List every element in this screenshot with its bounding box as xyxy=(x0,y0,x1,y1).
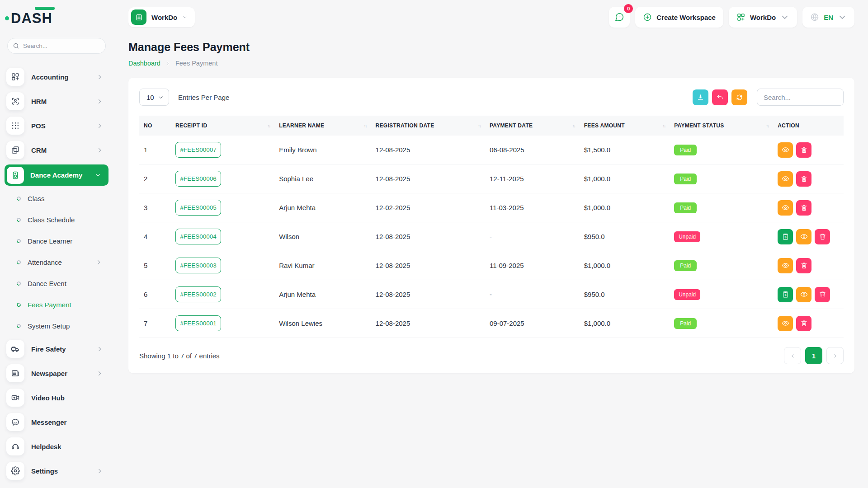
next-page-button[interactable] xyxy=(826,347,844,364)
brand-logo[interactable]: DASH xyxy=(0,9,113,28)
sidebar-menu: AccountingHRMPOSCRMDance AcademyClassCla… xyxy=(0,65,113,483)
messenger-icon xyxy=(11,418,20,427)
trash-icon xyxy=(800,262,808,269)
sidebar-subitem-class-schedule[interactable]: Class Schedule xyxy=(0,209,113,230)
sidebar-subitem-dance-learner[interactable]: Dance Learner xyxy=(0,230,113,252)
delete-button[interactable] xyxy=(815,287,830,302)
table-row: 2#FEES00006Sophia Lee12-08-202512-11-202… xyxy=(139,164,844,193)
delete-button[interactable] xyxy=(796,142,811,158)
cell-learner-name: Ravi Kumar xyxy=(274,251,371,280)
table-search-input[interactable] xyxy=(757,89,844,106)
cell-receipt-id: #FEES00001 xyxy=(171,309,274,338)
sidebar-subitem-dance-event[interactable]: Dance Event xyxy=(0,273,113,294)
sidebar-item-crm[interactable]: CRM xyxy=(0,138,113,162)
sidebar-item-label: Messenger xyxy=(31,418,103,426)
sidebar-item-hrm[interactable]: HRM xyxy=(0,89,113,113)
sidebar-item-pos[interactable]: POS xyxy=(0,113,113,138)
prev-page-button[interactable] xyxy=(784,347,801,364)
refresh-button[interactable] xyxy=(731,89,747,105)
view-button[interactable] xyxy=(796,229,811,244)
export-button[interactable] xyxy=(693,89,708,105)
sidebar-subitem-label: Class xyxy=(28,195,102,202)
table-row: 1#FEES00007Emily Brown12-08-202506-08-20… xyxy=(139,136,844,164)
view-button[interactable] xyxy=(778,171,793,187)
trash-icon xyxy=(800,319,808,327)
workspace-switcher[interactable]: WorkDo xyxy=(128,7,195,27)
breadcrumb-dashboard-link[interactable]: Dashboard xyxy=(128,60,160,67)
sidebar-subitem-class[interactable]: Class xyxy=(0,188,113,209)
column-header-action: ACTION xyxy=(773,116,844,136)
column-header-fees-amount[interactable]: FEES AMOUNT↑↓ xyxy=(580,116,670,136)
column-header-payment-status[interactable]: PAYMENT STATUS↑↓ xyxy=(670,116,773,136)
table-toolbar: 10 Entries Per Page xyxy=(139,89,844,106)
receipt-id-link[interactable]: #FEES00007 xyxy=(175,142,221,158)
entries-per-page-select[interactable]: 10 xyxy=(139,89,169,106)
receipt-id-link[interactable]: #FEES00001 xyxy=(175,315,221,331)
sidebar-item-accounting[interactable]: Accounting xyxy=(0,65,113,89)
cell-payment-status: Paid xyxy=(670,309,773,338)
sidebar-item-messenger[interactable]: Messenger xyxy=(0,410,113,434)
view-button[interactable] xyxy=(796,287,811,302)
sidebar-subitem-system-setup[interactable]: System Setup xyxy=(0,315,113,337)
sidebar-item-newspaper[interactable]: Newspaper xyxy=(0,361,113,385)
table-footer: Showing 1 to 7 of 7 entries 1 xyxy=(139,347,844,364)
sidebar-subitem-fees-payment[interactable]: Fees Payment xyxy=(0,294,113,315)
entries-per-page-value: 10 xyxy=(146,94,154,101)
view-button[interactable] xyxy=(778,316,793,331)
sort-icon[interactable]: ↑↓ xyxy=(478,123,481,128)
cell-learner-name: Arjun Mehta xyxy=(274,280,371,309)
column-header-learner-name[interactable]: LEARNER NAME↑↓ xyxy=(274,116,371,136)
back-button[interactable] xyxy=(712,89,728,105)
sidebar-item-settings[interactable]: Settings xyxy=(0,459,113,483)
sidebar-item-fire-safety[interactable]: Fire Safety xyxy=(0,337,113,361)
sort-icon[interactable]: ↑↓ xyxy=(662,123,665,128)
column-header-payment-date[interactable]: PAYMENT DATE↑↓ xyxy=(485,116,580,136)
sidebar-search-input[interactable] xyxy=(7,38,106,54)
plus-circle-icon xyxy=(643,13,652,22)
cell-learner-name: Sophia Lee xyxy=(274,164,371,193)
receipt-id-link[interactable]: #FEES00006 xyxy=(175,171,221,187)
sidebar-item-label: Newspaper xyxy=(31,370,90,377)
view-button[interactable] xyxy=(778,142,793,158)
column-header-receipt-id[interactable]: RECEIPT ID↑↓ xyxy=(171,116,274,136)
delete-button[interactable] xyxy=(796,258,811,273)
sidebar-subitem-attendance[interactable]: Attendance xyxy=(0,252,113,273)
eye-icon xyxy=(782,146,789,154)
messages-button[interactable]: 0 xyxy=(609,7,630,28)
delete-button[interactable] xyxy=(815,229,830,244)
create-workspace-button[interactable]: Create Workspace xyxy=(635,7,723,28)
sidebar-item-label: Helpdesk xyxy=(31,443,103,450)
column-header-label: RECEIPT ID xyxy=(175,122,207,129)
delete-button[interactable] xyxy=(796,171,811,187)
sidebar-item-helpdesk[interactable]: Helpdesk xyxy=(0,434,113,459)
cell-receipt-id: #FEES00003 xyxy=(171,251,274,280)
sort-icon[interactable]: ↑↓ xyxy=(766,123,769,128)
helpdesk-icon xyxy=(11,442,20,451)
workdo-menu-button[interactable]: WorkDo xyxy=(729,7,797,28)
receipt-id-link[interactable]: #FEES00004 xyxy=(175,229,221,244)
cell-fees-amount: $1,000.0 xyxy=(580,251,670,280)
receipt-id-link[interactable]: #FEES00003 xyxy=(175,258,221,273)
delete-button[interactable] xyxy=(796,316,811,331)
view-button[interactable] xyxy=(778,200,793,216)
sort-icon[interactable]: ↑↓ xyxy=(364,123,367,128)
bullet-icon xyxy=(16,238,22,244)
sidebar-item-video-hub[interactable]: Video Hub xyxy=(0,385,113,410)
language-selector[interactable]: EN xyxy=(802,7,854,28)
receipt-id-link[interactable]: #FEES00002 xyxy=(175,286,221,302)
sidebar-item-dance-academy[interactable]: Dance Academy xyxy=(5,164,108,186)
sort-icon[interactable]: ↑↓ xyxy=(572,123,575,128)
cell-payment-date: 11-03-2025 xyxy=(485,193,580,222)
delete-button[interactable] xyxy=(796,200,811,216)
view-button[interactable] xyxy=(778,258,793,273)
globe-icon xyxy=(810,13,819,22)
column-header-registration-date[interactable]: REGISTRATION DATE↑↓ xyxy=(371,116,485,136)
page-1-button[interactable]: 1 xyxy=(805,347,822,364)
pay-invoice-button[interactable]: $ xyxy=(778,229,793,244)
settings-icon xyxy=(11,466,20,475)
sort-icon[interactable]: ↑↓ xyxy=(267,123,270,128)
receipt-id-link[interactable]: #FEES00005 xyxy=(175,200,221,216)
cell-registration-date: 12-02-2025 xyxy=(371,193,485,222)
pay-invoice-button[interactable]: $ xyxy=(778,287,793,302)
fees-table: NORECEIPT ID↑↓LEARNER NAME↑↓REGISTRATION… xyxy=(139,116,844,338)
